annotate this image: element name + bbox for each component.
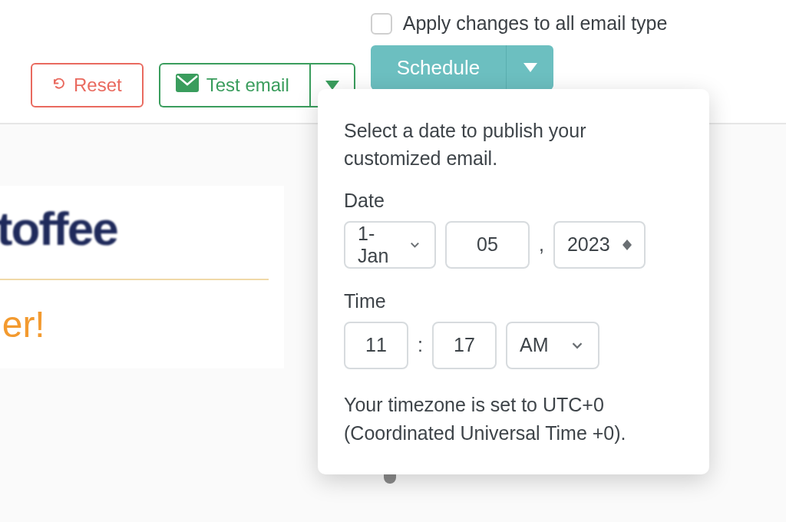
time-label: Time xyxy=(344,290,683,312)
hour-value: 11 xyxy=(365,334,387,356)
schedule-dropdown-button[interactable] xyxy=(506,45,553,90)
chevron-down-icon xyxy=(569,337,586,354)
schedule-button[interactable]: Schedule xyxy=(371,45,506,90)
chevron-down-icon xyxy=(408,237,422,253)
test-email-label: Test email xyxy=(206,74,289,96)
comma-separator: , xyxy=(539,233,544,256)
apply-changes-checkbox[interactable] xyxy=(371,13,392,35)
divider xyxy=(0,279,269,280)
day-value: 05 xyxy=(477,233,498,256)
year-input[interactable]: 2023 xyxy=(553,221,646,269)
email-preview-panel: otoffee rder! xyxy=(0,186,284,368)
test-email-button[interactable]: Test email xyxy=(159,63,309,107)
envelope-icon xyxy=(176,74,199,97)
schedule-column: Apply changes to all email type Schedule xyxy=(371,8,668,90)
minute-input[interactable]: 17 xyxy=(432,322,497,369)
spinner-down-icon xyxy=(623,245,632,250)
schedule-popover: Select a date to publish your customized… xyxy=(318,89,709,474)
day-input[interactable]: 05 xyxy=(445,221,530,269)
schedule-button-label: Schedule xyxy=(397,56,480,80)
brand-logo-text: otoffee xyxy=(0,201,269,256)
chevron-down-icon xyxy=(523,63,537,72)
headline-text: rder! xyxy=(0,303,269,345)
timezone-text: Your timezone is set to UTC+0 (Coordinat… xyxy=(344,391,683,448)
hour-input[interactable]: 11 xyxy=(344,322,408,369)
date-label: Date xyxy=(344,190,683,212)
year-spinner[interactable] xyxy=(623,240,632,250)
popover-intro: Select a date to publish your customized… xyxy=(344,117,683,173)
colon-separator: : xyxy=(418,334,423,356)
date-row: 1-Jan 05 , 2023 xyxy=(344,221,683,269)
year-value: 2023 xyxy=(567,233,610,256)
schedule-button-group: Schedule xyxy=(371,45,668,90)
minute-value: 17 xyxy=(454,334,475,356)
spinner-up-icon xyxy=(623,240,632,245)
reset-button[interactable]: Reset xyxy=(31,63,144,107)
ampm-value: AM xyxy=(520,334,549,356)
month-select[interactable]: 1-Jan xyxy=(344,221,436,269)
ampm-select[interactable]: AM xyxy=(506,322,599,369)
apply-changes-row: Apply changes to all email type xyxy=(371,12,668,35)
month-value: 1-Jan xyxy=(358,223,403,267)
apply-changes-label: Apply changes to all email type xyxy=(403,12,668,35)
reset-button-label: Reset xyxy=(74,74,122,96)
time-row: 11 : 17 AM xyxy=(344,322,683,369)
reset-icon xyxy=(52,74,66,96)
